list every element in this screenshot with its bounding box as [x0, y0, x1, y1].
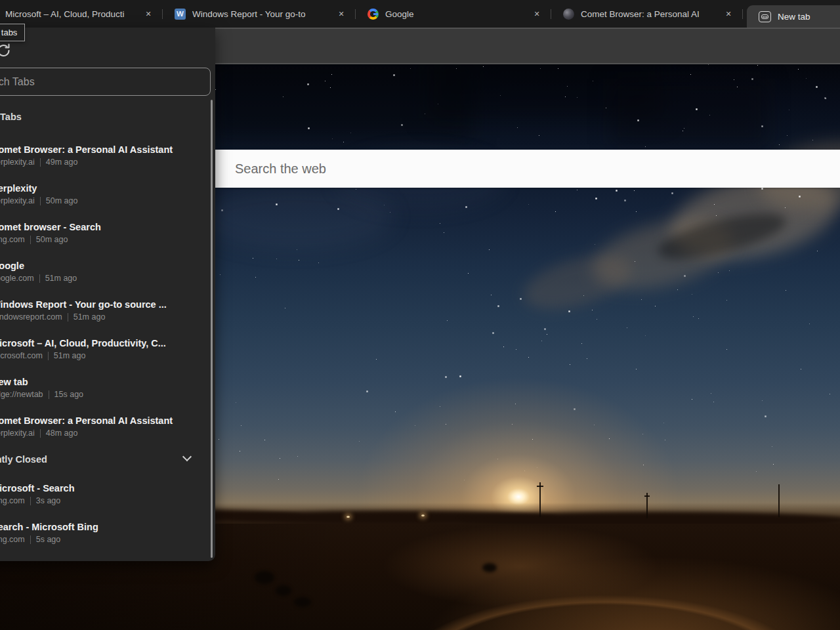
- meta-divider: [40, 197, 41, 205]
- close-tab-icon[interactable]: ✕: [531, 8, 543, 20]
- tab-list-item[interactable]: Microsoft - Search bing.com 3s ago: [0, 482, 211, 507]
- tab-item-time: 3s ago: [36, 495, 61, 507]
- tab-item-title: Comet Browser: a Personal AI Assistant: [0, 143, 211, 156]
- tab-item-domain: bing.com: [0, 495, 25, 507]
- tab-title: Microsoft – AI, Cloud, Producti: [5, 9, 138, 19]
- tab-comet-browser[interactable]: Comet Browser: a Personal AI ✕: [551, 0, 742, 28]
- tab-title: Google: [385, 9, 527, 19]
- browser-window: Search the web Microsoft – AI, Cloud, Pr…: [0, 0, 840, 630]
- tab-item-time: 50m ago: [46, 195, 78, 207]
- tab-strip: Microsoft – AI, Cloud, Producti ✕ W Wind…: [0, 0, 840, 28]
- distant-light: [346, 516, 350, 518]
- tab-item-title: New tab: [0, 375, 211, 388]
- tab-item-time: 50m ago: [36, 234, 68, 246]
- tab-item-time: 51m ago: [54, 350, 86, 362]
- web-search-placeholder: Search the web: [235, 161, 326, 177]
- tab-item-domain: microsoft.com: [0, 350, 43, 362]
- tab-list: Open Tabs Comet Browser: a Personal AI A…: [0, 110, 211, 559]
- meta-divider: [49, 390, 49, 399]
- tab-list-item[interactable]: Comet browser - Search bing.com 50m ago: [0, 220, 211, 246]
- tab-search-panel: Open Tabs Comet Browser: a Personal AI A…: [0, 28, 215, 561]
- tab-list-item[interactable]: Perplexity perplexity.ai 50m ago: [0, 182, 211, 207]
- tab-item-title: Perplexity: [0, 182, 211, 195]
- tab-title: New tab: [778, 12, 840, 22]
- tab-item-time: 51m ago: [74, 311, 106, 324]
- search-tabs-input[interactable]: [0, 68, 211, 96]
- meta-divider: [30, 497, 31, 505]
- tab-item-domain: google.com: [0, 272, 34, 285]
- tab-item-domain: perplexity.ai: [0, 427, 35, 440]
- desert-bush: [255, 571, 274, 584]
- meta-divider: [30, 536, 31, 544]
- tab-item-time: 48m ago: [46, 427, 78, 440]
- tab-item-domain: perplexity.ai: [0, 195, 35, 207]
- dust-cloud: [610, 79, 768, 144]
- tab-item-domain: bing.com: [0, 234, 25, 246]
- tab-title: Windows Report - Your go-to: [192, 9, 331, 19]
- distant-light: [421, 514, 425, 516]
- utility-pole: [646, 493, 648, 518]
- chevron-down-icon[interactable]: [184, 453, 190, 460]
- desert-bush: [276, 585, 291, 596]
- tab-item-time: 15s ago: [54, 388, 83, 401]
- tab-item-domain: edge://newtab: [0, 388, 43, 401]
- tab-item-domain: windowsreport.com: [0, 311, 62, 324]
- tab-item-time: 51m ago: [45, 272, 77, 285]
- tab-windows-report[interactable]: W Windows Report - Your go-to ✕: [163, 0, 355, 28]
- utility-pole: [539, 482, 541, 517]
- tab-item-title: Microsoft – AI, Cloud, Productivity, C..…: [0, 337, 211, 350]
- tab-list-item[interactable]: Comet Browser: a Personal AI Assistant p…: [0, 143, 211, 169]
- close-tab-icon[interactable]: ✕: [142, 8, 154, 20]
- tab-list-item[interactable]: Comet Browser: a Personal AI Assistant p…: [0, 414, 211, 440]
- tab-item-title: Comet Browser: a Personal AI Assistant: [0, 414, 211, 427]
- tab-separator: [742, 9, 743, 19]
- tab-item-title: Microsoft - Search: [0, 482, 211, 495]
- new-tab-favicon-icon: [759, 11, 771, 22]
- meta-divider: [40, 158, 41, 167]
- tab-item-title: Search - Microsoft Bing: [0, 520, 211, 534]
- tab-new-tab[interactable]: New tab: [747, 5, 840, 28]
- tab-item-domain: perplexity.ai: [0, 156, 35, 169]
- meta-divider: [30, 236, 31, 244]
- restore-tabs-icon[interactable]: [0, 42, 11, 59]
- panel-scrollbar[interactable]: [211, 100, 213, 558]
- desert-bush: [294, 597, 311, 607]
- section-open-tabs: Open Tabs: [0, 110, 211, 123]
- tab-item-title: Google: [0, 259, 211, 272]
- tab-google[interactable]: Google ✕: [356, 0, 551, 28]
- tab-title: Comet Browser: a Personal AI: [581, 9, 719, 19]
- tab-item-time: 5s ago: [36, 534, 61, 546]
- desert-bush: [482, 563, 497, 572]
- meta-divider: [68, 313, 68, 322]
- tab-item-domain: bing.com: [0, 534, 25, 546]
- tab-list-item[interactable]: Microsoft – AI, Cloud, Productivity, C..…: [0, 337, 211, 362]
- comet-favicon-icon: [563, 9, 574, 20]
- close-tab-icon[interactable]: ✕: [723, 8, 734, 20]
- tab-item-title: Windows Report - Your go-to source ...: [0, 298, 211, 311]
- meta-divider: [48, 352, 49, 360]
- windows-report-favicon-icon: W: [175, 9, 186, 20]
- close-tab-icon[interactable]: ✕: [335, 8, 347, 20]
- search-tabs-tooltip: Search tabs: [0, 24, 25, 41]
- tab-item-title: Comet browser - Search: [0, 220, 211, 234]
- utility-pole: [778, 484, 780, 517]
- tab-list-item[interactable]: Search - Microsoft Bing bing.com 5s ago: [0, 520, 211, 546]
- tab-list-item[interactable]: Google google.com 51m ago: [0, 259, 211, 285]
- section-recently-closed: Recently Closed: [0, 453, 211, 466]
- tab-list-item[interactable]: Windows Report - Your go-to source ... w…: [0, 298, 211, 324]
- tab-list-item[interactable]: New tab edge://newtab 15s ago: [0, 375, 211, 401]
- tab-item-time: 49m ago: [46, 156, 78, 169]
- google-favicon-icon: [368, 9, 379, 20]
- meta-divider: [40, 429, 41, 438]
- meta-divider: [39, 274, 40, 283]
